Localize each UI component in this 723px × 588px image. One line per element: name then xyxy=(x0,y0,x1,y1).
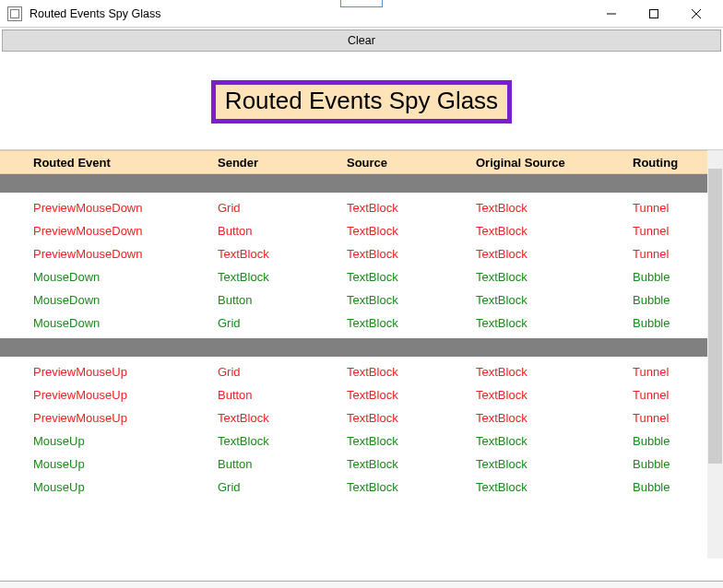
cell-event: MouseUp xyxy=(33,434,218,448)
cell-routing: Bubble xyxy=(633,293,714,307)
cell-source: TextBlock xyxy=(347,224,476,238)
cell-original-source: TextBlock xyxy=(476,434,633,448)
cell-routing: Bubble xyxy=(633,316,714,330)
cell-sender: Button xyxy=(218,457,347,471)
cell-event: PreviewMouseUp xyxy=(33,411,218,425)
column-header-sender[interactable]: Sender xyxy=(218,156,347,170)
column-header-row: Routed Event Sender Source Original Sour… xyxy=(0,150,723,174)
cell-original-source: TextBlock xyxy=(476,480,633,494)
cell-original-source: TextBlock xyxy=(476,247,633,261)
cell-original-source: TextBlock xyxy=(476,293,633,307)
cell-original-source: TextBlock xyxy=(476,411,633,425)
group-separator xyxy=(0,174,723,193)
cell-routing: Bubble xyxy=(633,480,714,494)
cell-routing: Bubble xyxy=(633,270,714,284)
table-row[interactable]: MouseUpButtonTextBlockTextBlockBubble xyxy=(0,453,723,476)
cell-routing: Tunnel xyxy=(633,224,714,238)
cell-sender: TextBlock xyxy=(218,247,347,261)
cell-original-source: TextBlock xyxy=(476,365,633,379)
cell-event: MouseDown xyxy=(33,270,218,284)
cell-sender: TextBlock xyxy=(218,270,347,284)
group-rows: PreviewMouseUpGridTextBlockTextBlockTunn… xyxy=(0,357,723,502)
cell-event: PreviewMouseUp xyxy=(33,388,218,402)
cell-event: PreviewMouseUp xyxy=(33,365,218,379)
cell-sender: Button xyxy=(218,224,347,238)
cell-source: TextBlock xyxy=(347,201,476,215)
banner-title[interactable]: Routed Events Spy Glass xyxy=(211,80,512,123)
column-header-routing[interactable]: Routing xyxy=(633,156,714,170)
cell-event: MouseUp xyxy=(33,480,218,494)
minimize-button[interactable] xyxy=(590,0,633,28)
clear-button[interactable]: Clear xyxy=(2,29,721,52)
cell-sender: Grid xyxy=(218,365,347,379)
close-button[interactable] xyxy=(675,0,717,28)
cell-routing: Tunnel xyxy=(633,388,714,402)
cell-source: TextBlock xyxy=(347,434,476,448)
event-grid: Routed Event Sender Source Original Sour… xyxy=(0,149,723,559)
cell-event: MouseDown xyxy=(33,316,218,330)
cell-event: PreviewMouseDown xyxy=(33,224,218,238)
window-title: Routed Events Spy Glass xyxy=(30,7,160,20)
table-row[interactable]: PreviewMouseUpGridTextBlockTextBlockTunn… xyxy=(0,360,723,383)
cell-original-source: TextBlock xyxy=(476,224,633,238)
group-rows: PreviewMouseDownGridTextBlockTextBlockTu… xyxy=(0,193,723,338)
cell-sender: TextBlock xyxy=(218,411,347,425)
titlebar-debug-pill xyxy=(340,0,383,7)
column-header-source[interactable]: Source xyxy=(347,156,476,170)
cell-routing: Tunnel xyxy=(633,365,714,379)
banner-area: Routed Events Spy Glass xyxy=(0,53,723,149)
cell-event: PreviewMouseDown xyxy=(33,201,218,215)
table-row[interactable]: MouseDownGridTextBlockTextBlockBubble xyxy=(0,312,723,335)
cell-event: PreviewMouseDown xyxy=(33,247,218,261)
group-separator xyxy=(0,338,723,357)
window-titlebar: Routed Events Spy Glass xyxy=(0,0,723,28)
cell-source: TextBlock xyxy=(347,247,476,261)
table-row[interactable]: PreviewMouseUpButtonTextBlockTextBlockTu… xyxy=(0,383,723,406)
cell-routing: Tunnel xyxy=(633,247,714,261)
cell-sender: Grid xyxy=(218,480,347,494)
cell-original-source: TextBlock xyxy=(476,270,633,284)
cell-routing: Bubble xyxy=(633,434,714,448)
cell-routing: Tunnel xyxy=(633,201,714,215)
svg-rect-1 xyxy=(650,9,658,18)
maximize-button[interactable] xyxy=(633,0,675,28)
table-row[interactable]: PreviewMouseUpTextBlockTextBlockTextBloc… xyxy=(0,406,723,429)
app-icon xyxy=(7,6,22,21)
cell-source: TextBlock xyxy=(347,365,476,379)
cell-source: TextBlock xyxy=(347,270,476,284)
window-bottom-chrome xyxy=(0,581,723,588)
table-row[interactable]: MouseDownTextBlockTextBlockTextBlockBubb… xyxy=(0,265,723,288)
cell-event: MouseDown xyxy=(33,293,218,307)
vertical-scrollbar[interactable] xyxy=(707,150,723,559)
cell-sender: TextBlock xyxy=(218,434,347,448)
table-row[interactable]: MouseUpGridTextBlockTextBlockBubble xyxy=(0,476,723,499)
cell-source: TextBlock xyxy=(347,293,476,307)
cell-source: TextBlock xyxy=(347,457,476,471)
cell-routing: Tunnel xyxy=(633,411,714,425)
cell-original-source: TextBlock xyxy=(476,316,633,330)
table-row[interactable]: PreviewMouseDownButtonTextBlockTextBlock… xyxy=(0,219,723,242)
cell-sender: Button xyxy=(218,388,347,402)
cell-original-source: TextBlock xyxy=(476,201,633,215)
cell-sender: Grid xyxy=(218,201,347,215)
cell-original-source: TextBlock xyxy=(476,388,633,402)
table-row[interactable]: PreviewMouseDownGridTextBlockTextBlockTu… xyxy=(0,196,723,219)
cell-source: TextBlock xyxy=(347,388,476,402)
cell-source: TextBlock xyxy=(347,480,476,494)
cell-original-source: TextBlock xyxy=(476,457,633,471)
table-row[interactable]: MouseUpTextBlockTextBlockTextBlockBubble xyxy=(0,429,723,453)
cell-sender: Grid xyxy=(218,316,347,330)
cell-event: MouseUp xyxy=(33,457,218,471)
cell-source: TextBlock xyxy=(347,411,476,425)
table-row[interactable]: PreviewMouseDownTextBlockTextBlockTextBl… xyxy=(0,242,723,265)
scrollbar-thumb[interactable] xyxy=(708,169,722,464)
cell-routing: Bubble xyxy=(633,457,714,471)
table-row[interactable]: MouseDownButtonTextBlockTextBlockBubble xyxy=(0,288,723,312)
cell-sender: Button xyxy=(218,293,347,307)
cell-source: TextBlock xyxy=(347,316,476,330)
column-header-event[interactable]: Routed Event xyxy=(33,156,218,170)
column-header-original-source[interactable]: Original Source xyxy=(476,156,633,170)
